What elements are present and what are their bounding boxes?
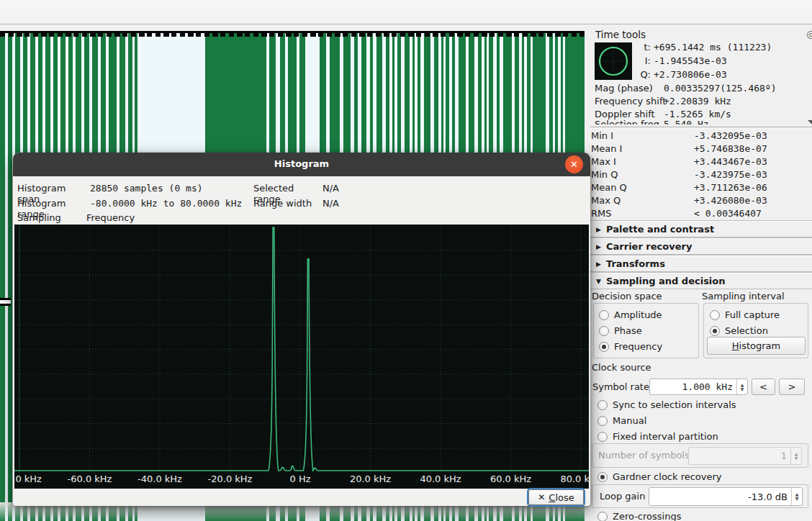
section-label: Palette and contrast	[606, 224, 714, 235]
histogram-curve-canvas	[14, 225, 589, 472]
histogram-dialog: Histogram ✕ Histogram span 28850 samples…	[13, 153, 590, 506]
dialog-titlebar[interactable]: Histogram ✕	[13, 153, 590, 176]
stat-row: Mean Q+3.711263e-06	[595, 182, 811, 195]
radio-label: Frequency	[614, 341, 662, 352]
stat-label: Max I	[591, 156, 616, 167]
radio-amplitude[interactable]: Amplitude	[599, 309, 662, 321]
spinner-arrows-icon[interactable]: ▲▼	[791, 488, 802, 505]
symbol-rate-prev-button[interactable]: <	[752, 379, 775, 395]
gear-icon[interactable]: @	[806, 29, 812, 40]
close-button-label: Close	[549, 492, 574, 503]
radio-manual[interactable]: Manual	[597, 414, 646, 427]
x-tick-label: -20.0 kHz	[208, 474, 253, 484]
close-button[interactable]: ✕ Close	[528, 489, 584, 505]
q-label: Q:	[635, 69, 651, 80]
range-width-value: N/A	[322, 198, 339, 209]
t-value: +695.1442 ms (111223)	[654, 42, 772, 53]
radio-icon	[599, 342, 609, 352]
section-header-sampling-and-decision[interactable]: ▼Sampling and decision	[590, 273, 812, 289]
range-width-label: Range width	[253, 198, 322, 209]
radio-label: Selection	[725, 325, 768, 336]
loop-gain-value: -13.0 dB	[649, 491, 791, 502]
range-width-row: Range width N/A	[253, 198, 339, 209]
radio-icon	[710, 310, 720, 320]
stat-value: < 0.00346407	[694, 208, 762, 219]
radio-icon	[599, 326, 609, 336]
loop-gain-group: Loop gain -13.0 dB ▲▼	[592, 484, 808, 508]
radio-label: Phase	[614, 325, 642, 336]
stat-row: Mean I+5.746838e-07	[595, 143, 811, 156]
close-icon[interactable]: ✕	[565, 155, 583, 173]
section-label: Carrier recovery	[606, 241, 692, 252]
selection-freq-label: Selection freq	[595, 119, 664, 125]
symbol-bar	[8, 31, 12, 521]
radio-label: Fixed interval partition	[613, 431, 718, 442]
loop-gain-label: Loop gain	[600, 491, 645, 502]
section-header-carrier-recovery[interactable]: ▶Carrier recovery	[590, 238, 812, 255]
x-tick-label: 40.0 kHz	[420, 474, 461, 484]
radio-label: Amplitude	[614, 309, 662, 320]
stat-value: +3.711263e-06	[694, 182, 767, 193]
radio-frequency[interactable]: Frequency	[599, 340, 662, 353]
x-tick-label: 80.0 kHz	[560, 474, 589, 484]
radio-full-capture[interactable]: Full capture	[710, 309, 780, 321]
stat-row: Min I-3.432095e-03	[595, 130, 811, 143]
frequency-shift-label: Frequency shift	[595, 96, 664, 107]
mag-phase-label: Mag (phase)	[595, 83, 664, 94]
radio-label: Full capture	[725, 309, 780, 320]
symbol-rate-spinbox[interactable]: 1.000 kHz ▲▼	[649, 379, 748, 395]
histogram-button[interactable]: Histogram	[707, 337, 806, 355]
x-tick-label: -80.0 kHz	[14, 474, 42, 484]
stat-value: +3.426080e-03	[694, 195, 767, 206]
number-of-symbols-label: Number of symbols	[598, 450, 690, 461]
i-value: -1.945543e-03	[654, 55, 727, 66]
stat-label: RMS	[591, 208, 612, 219]
radio-icon	[597, 472, 608, 482]
section-header-palette-and-contrast[interactable]: ▶Palette and contrast	[590, 221, 812, 237]
radio-selection[interactable]: Selection	[710, 325, 768, 337]
spinner-arrows-icon[interactable]: ▲▼	[736, 379, 747, 394]
stat-value: +5.746838e-07	[694, 143, 767, 154]
splitter-handle[interactable]	[0, 298, 11, 306]
radio-icon	[710, 326, 720, 336]
stat-row: RMS< 0.00346407	[595, 208, 811, 221]
symbol-bar	[0, 31, 5, 521]
chevron-right-icon: ▶	[596, 226, 606, 233]
inspector-panel: Time tools @ t: +695.1442 ms (111223) I:…	[590, 0, 812, 521]
loop-gain-spinbox[interactable]: -13.0 dB ▲▼	[649, 487, 803, 506]
chevron-down-icon: ▼	[596, 278, 606, 285]
section-header-transforms[interactable]: ▶Transforms	[590, 255, 812, 272]
gardner-clock-recovery-radio[interactable]: Gardner clock recovery	[597, 471, 722, 483]
radio-icon	[597, 512, 608, 521]
x-tick-label: 0 Hz	[289, 474, 310, 484]
symbol-rate-value: 1.000 kHz	[650, 381, 736, 392]
symbol-rate-next-button[interactable]: >	[779, 379, 805, 395]
histogram-plot[interactable]: -80.0 kHz-60.0 kHz-40.0 kHz-20.0 kHz0 Hz…	[14, 225, 589, 489]
stat-value: -3.423975e-03	[694, 169, 767, 180]
number-of-symbols-group: Number of symbols 1 ▲▼	[592, 443, 808, 468]
resize-grip-icon[interactable]	[808, 120, 812, 126]
q-row: Q: +2.730806e-03	[635, 68, 772, 81]
spinner-arrows-icon: ▲▼	[790, 448, 801, 464]
radio-icon	[597, 432, 608, 442]
section-label: Sampling and decision	[606, 276, 726, 286]
t-row: t: +695.1442 ms (111223)	[635, 40, 772, 54]
radio-sync-to-selection-intervals[interactable]: Sync to selection intervals	[597, 399, 736, 411]
stat-label: Min Q	[591, 169, 618, 180]
number-of-symbols-spinbox: 1 ▲▼	[688, 447, 802, 465]
clock-source-label: Clock source	[592, 362, 651, 373]
stat-label: Min I	[591, 130, 613, 141]
histogram-curve	[14, 227, 589, 471]
x-tick-label: 20.0 kHz	[350, 474, 391, 484]
x-tick-label: 60.0 kHz	[490, 474, 531, 484]
radio-phase[interactable]: Phase	[599, 325, 642, 337]
stat-row: Max I+3.443467e-03	[595, 156, 811, 169]
stat-label: Max Q	[591, 195, 621, 206]
radio-label: Sync to selection intervals	[613, 399, 736, 410]
number-of-symbols-value: 1	[689, 450, 790, 461]
zero-crossings-radio[interactable]: Zero-crossings	[597, 510, 681, 521]
radio-fixed-interval-partition[interactable]: Fixed interval partition	[597, 430, 718, 443]
chevron-right-icon: ▶	[596, 260, 606, 268]
iq-readout: t: +695.1442 ms (111223) I: -1.945543e-0…	[635, 40, 772, 81]
stat-value: -3.432095e-03	[694, 130, 767, 141]
